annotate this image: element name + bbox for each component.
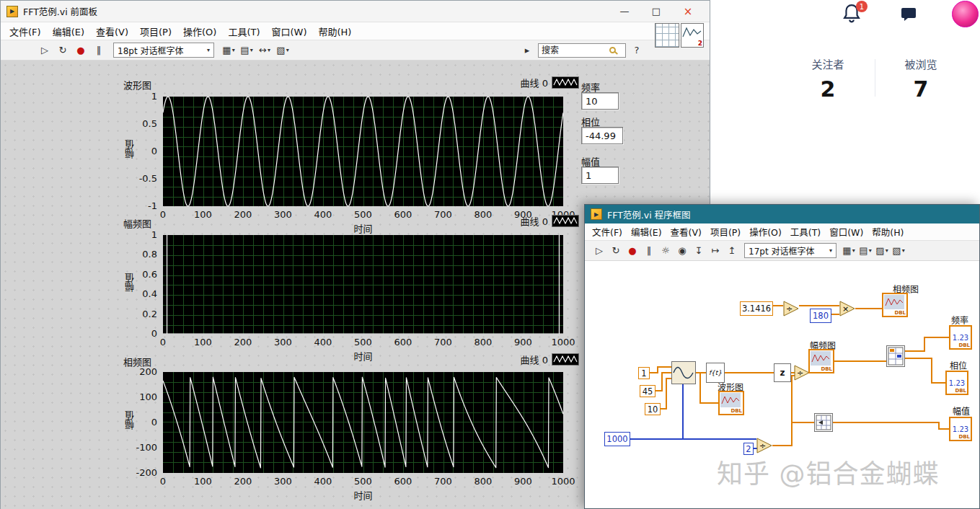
menu-item[interactable]: 操作(O) — [745, 223, 786, 240]
run-button[interactable]: ▷ — [37, 43, 53, 58]
menu-item[interactable]: 文件(F) — [588, 223, 627, 240]
menu-item[interactable]: 操作(O) — [177, 22, 222, 40]
amplitude-indicator-terminal[interactable]: 1.23 DBL — [949, 417, 972, 441]
pause-button[interactable]: ‖ — [642, 243, 656, 259]
maximize-button[interactable]: □ — [640, 1, 672, 22]
phase-indicator-value[interactable]: -44.99 — [581, 127, 623, 144]
font-selector[interactable]: 18pt 对话框字体 ▾ — [113, 43, 214, 58]
wire[interactable] — [931, 358, 932, 384]
wire[interactable] — [661, 372, 671, 373]
minimize-button[interactable]: — — [609, 1, 640, 22]
menu-item[interactable]: 项目(P) — [134, 22, 177, 40]
distribute-objects-button[interactable]: ▤▾ — [858, 243, 873, 259]
wire[interactable] — [696, 372, 706, 373]
legend[interactable]: 曲线 0 — [521, 76, 579, 89]
run-continuous-button[interactable]: ↻ — [55, 43, 71, 58]
avatar[interactable] — [952, 1, 979, 27]
clean-up-diagram-button[interactable]: ▨▾ — [875, 243, 889, 259]
sine-waveform-vi[interactable] — [671, 361, 696, 384]
wire[interactable] — [924, 337, 949, 338]
wire[interactable] — [630, 438, 756, 440]
menu-item[interactable]: 查看(V) — [666, 223, 706, 240]
legend[interactable]: 曲线 0 — [521, 214, 579, 228]
wire[interactable] — [666, 378, 671, 379]
step-into-button[interactable]: ↧ — [692, 243, 706, 259]
amplitude-spectrum-graph-plot[interactable] — [163, 235, 563, 334]
multiply-node[interactable]: × — [839, 301, 855, 319]
waveform-graph-terminal[interactable]: DBL — [718, 391, 744, 415]
menu-item[interactable]: 工具(T) — [786, 223, 825, 240]
constant-amplitude[interactable]: 1 — [638, 367, 650, 379]
menu-item[interactable]: 查看(V) — [90, 22, 134, 40]
wire[interactable] — [699, 373, 701, 403]
wire[interactable] — [682, 384, 684, 440]
align-objects-button[interactable]: ▦▾ — [842, 243, 856, 259]
menu-item[interactable]: 帮助(H) — [313, 22, 358, 40]
wire[interactable] — [931, 382, 947, 384]
reorder-button[interactable]: ▧▾ — [891, 243, 906, 259]
abort-button[interactable]: ● — [73, 43, 89, 58]
notifications-button[interactable]: 1 — [842, 4, 862, 24]
wire[interactable] — [905, 350, 925, 352]
menu-item[interactable]: 项目(P) — [706, 223, 745, 240]
wire[interactable] — [938, 428, 949, 430]
wire[interactable] — [833, 422, 940, 423]
wire[interactable] — [799, 305, 839, 306]
highlight-execution-button[interactable]: ☼ — [658, 243, 673, 259]
reorder-button[interactable]: ▧▾ — [275, 43, 291, 58]
wire[interactable] — [791, 375, 793, 446]
wire[interactable] — [699, 402, 719, 404]
distribute-objects-button[interactable]: ▤▾ — [239, 43, 255, 58]
frequency-indicator-value[interactable]: 10 — [581, 92, 619, 110]
constant-samples[interactable]: 1000 — [604, 432, 630, 446]
constant-180[interactable]: 180 — [810, 309, 831, 323]
wire[interactable] — [772, 445, 793, 446]
legend[interactable]: 曲线 0 — [521, 353, 579, 366]
frequency-indicator-terminal[interactable]: 1.23 DBL — [949, 325, 972, 350]
phase-spectrum-graph-plot[interactable] — [163, 372, 563, 473]
constant-phase[interactable]: 45 — [640, 385, 655, 397]
step-over-button[interactable]: ↦ — [708, 243, 723, 259]
align-objects-button[interactable]: ▦▾ — [221, 43, 237, 58]
search-icon[interactable] — [609, 47, 616, 53]
amplitude-graph-terminal[interactable]: DBL — [808, 349, 834, 373]
wire[interactable] — [834, 360, 886, 362]
fft-spectrum-vi[interactable]: f{t} — [706, 363, 725, 383]
array-max-min-node[interactable] — [886, 345, 905, 367]
wire[interactable] — [855, 308, 882, 309]
complex-to-polar-node[interactable]: z — [774, 363, 791, 382]
phase-graph-terminal[interactable]: DBL — [882, 293, 908, 317]
menu-item[interactable]: 编辑(E) — [627, 223, 666, 240]
font-selector[interactable]: 17pt 对话框字体 ▾ — [744, 243, 836, 258]
run-continuous-button[interactable]: ↻ — [609, 243, 623, 259]
help-button[interactable]: ? — [629, 43, 645, 58]
divide-node[interactable]: ÷ — [794, 365, 810, 383]
resize-objects-button[interactable]: ↔▾ — [257, 43, 273, 58]
divide-node[interactable]: ÷ — [783, 301, 799, 319]
wire[interactable] — [924, 337, 925, 352]
menu-item[interactable]: 帮助(H) — [868, 223, 908, 240]
pause-button[interactable]: ‖ — [91, 43, 107, 58]
wire[interactable] — [725, 372, 774, 373]
wire[interactable] — [773, 305, 783, 306]
index-array-node[interactable] — [814, 413, 833, 432]
wire[interactable] — [666, 378, 667, 410]
wire[interactable] — [661, 372, 663, 391]
wire[interactable] — [657, 366, 671, 368]
search-input[interactable] — [539, 45, 608, 56]
step-out-button[interactable]: ↥ — [725, 243, 739, 259]
block-diagram-titlebar[interactable]: ▶ FFT范例.vi 程序框图 — [585, 205, 979, 223]
close-button[interactable]: × — [672, 1, 704, 22]
views-stat[interactable]: 被浏览 7 — [881, 56, 961, 102]
waveform-graph-plot[interactable] — [163, 97, 563, 206]
front-panel-titlebar[interactable]: ▶ FFT范例.vi 前面板 — □ × — [1, 1, 710, 22]
run-button[interactable]: ▷ — [592, 243, 606, 259]
abort-button[interactable]: ● — [625, 243, 640, 259]
wire[interactable] — [791, 422, 814, 423]
menu-item[interactable]: 编辑(E) — [47, 22, 90, 40]
phase-indicator-terminal[interactable]: 1.23 DBL — [945, 371, 968, 395]
amplitude-indicator-value[interactable]: 1 — [581, 167, 619, 184]
constant-frequency[interactable]: 10 — [645, 403, 661, 415]
vi-icon[interactable]: 2 — [681, 23, 704, 48]
connector-pane-icon[interactable] — [655, 23, 679, 48]
